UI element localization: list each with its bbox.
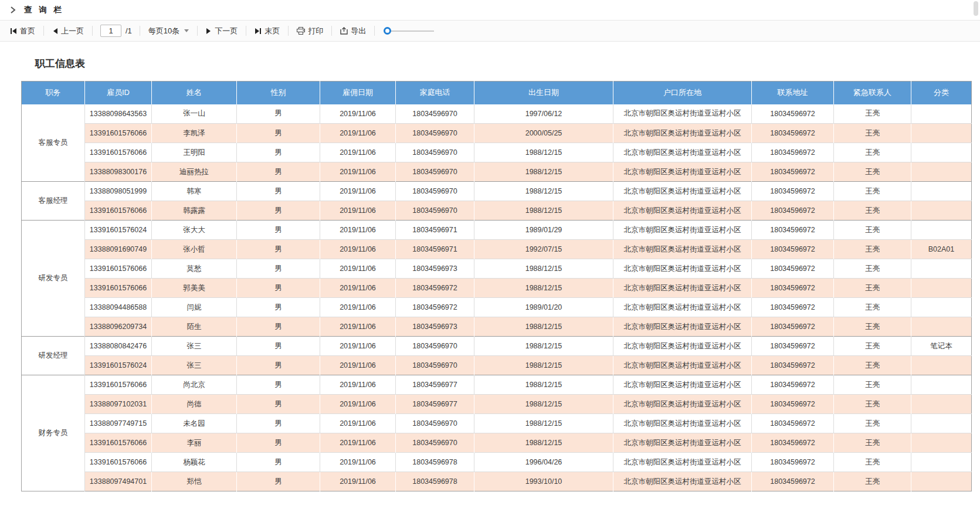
cell-category bbox=[911, 472, 972, 491]
query-bar-label: 查 询 栏 bbox=[24, 5, 64, 15]
page-number-input[interactable] bbox=[100, 25, 121, 37]
cell-position: 研发专员 bbox=[22, 221, 85, 337]
cell-gender: 男 bbox=[237, 240, 320, 259]
cell-home-phone: 18034596970 bbox=[396, 143, 474, 162]
cell-emergency-contact: 王亮 bbox=[834, 414, 911, 433]
cell-category bbox=[911, 453, 972, 472]
cell-gender: 男 bbox=[237, 317, 320, 337]
cell-birth-date: 1988/12/15 bbox=[474, 143, 613, 162]
cell-contact-address: 18034596972 bbox=[752, 298, 834, 317]
page-size-dropdown[interactable]: 每页10条 bbox=[144, 23, 193, 39]
cell-hire-date: 2019/11/06 bbox=[320, 395, 396, 414]
column-header-3: 性别 bbox=[237, 82, 320, 104]
cell-name: 张大大 bbox=[152, 221, 237, 240]
cell-position: 客服经理 bbox=[22, 182, 85, 221]
scrollbar-thumb[interactable] bbox=[974, 1, 978, 16]
table-row: 客服专员13388098643563张一山男2019/11/0618034596… bbox=[22, 104, 972, 124]
cell-employee-id: 13388080842476 bbox=[85, 337, 152, 356]
last-page-button[interactable]: 末页 bbox=[250, 23, 284, 39]
cell-household-address: 北京市朝阳区奥运村街道亚运村小区 bbox=[613, 104, 752, 124]
cell-employee-id: 13391601576066 bbox=[85, 375, 152, 395]
zoom-slider[interactable] bbox=[387, 30, 434, 32]
cell-hire-date: 2019/11/06 bbox=[320, 317, 396, 337]
cell-category: B02A01 bbox=[911, 240, 972, 259]
next-page-icon bbox=[206, 28, 212, 35]
column-header-8: 联系地址 bbox=[752, 82, 834, 104]
cell-emergency-contact: 王亮 bbox=[834, 279, 911, 298]
cell-employee-id: 13388096209734 bbox=[85, 317, 152, 337]
cell-employee-id: 13391601576066 bbox=[85, 453, 152, 472]
cell-emergency-contact: 王亮 bbox=[834, 375, 911, 395]
cell-home-phone: 18034596972 bbox=[396, 279, 474, 298]
cell-emergency-contact: 王亮 bbox=[834, 240, 911, 259]
table-row: 财务专员13391601576066尚北京男2019/11/0618034596… bbox=[22, 375, 972, 395]
cell-category bbox=[911, 143, 972, 162]
cell-name: 莫愁 bbox=[152, 259, 237, 279]
table-row: 13388098300176迪丽热拉男2019/11/0618034596970… bbox=[22, 162, 972, 182]
cell-household-address: 北京市朝阳区奥运村街道亚运村小区 bbox=[613, 433, 752, 453]
cell-home-phone: 18034596973 bbox=[396, 259, 474, 279]
first-page-button[interactable]: 首页 bbox=[6, 23, 39, 39]
cell-name: 陌生 bbox=[152, 317, 237, 337]
cell-emergency-contact: 王亮 bbox=[834, 298, 911, 317]
cell-name: 郑恺 bbox=[152, 472, 237, 491]
column-header-2: 姓名 bbox=[152, 82, 237, 104]
cell-employee-id: 13391601576024 bbox=[85, 356, 152, 375]
cell-employee-id: 13388098300176 bbox=[85, 162, 152, 182]
cell-birth-date: 1988/12/15 bbox=[474, 162, 613, 182]
slider-handle[interactable] bbox=[384, 27, 391, 35]
toolbar-divider bbox=[197, 26, 198, 36]
table-row: 13391601576066韩露露男2019/11/06180345969701… bbox=[22, 201, 972, 221]
cell-category bbox=[911, 375, 972, 395]
next-page-button[interactable]: 下一页 bbox=[202, 23, 242, 39]
cell-gender: 男 bbox=[237, 414, 320, 433]
cell-hire-date: 2019/11/06 bbox=[320, 240, 396, 259]
cell-contact-address: 18034596972 bbox=[752, 375, 834, 395]
cell-contact-address: 18034596972 bbox=[752, 472, 834, 491]
cell-contact-address: 18034596972 bbox=[752, 162, 834, 182]
cell-household-address: 北京市朝阳区奥运村街道亚运村小区 bbox=[613, 279, 752, 298]
cell-birth-date: 1988/12/15 bbox=[474, 201, 613, 221]
cell-gender: 男 bbox=[237, 201, 320, 221]
cell-name: 张三 bbox=[152, 337, 237, 356]
expand-chevron-icon[interactable] bbox=[9, 6, 17, 14]
cell-hire-date: 2019/11/06 bbox=[320, 201, 396, 221]
column-header-4: 雇佣日期 bbox=[320, 82, 396, 104]
toolbar-divider bbox=[374, 26, 375, 36]
column-header-5: 家庭电话 bbox=[396, 82, 474, 104]
slider-track[interactable] bbox=[387, 30, 434, 32]
cell-category bbox=[911, 414, 972, 433]
cell-birth-date: 1997/06/12 bbox=[474, 104, 613, 124]
cell-gender: 男 bbox=[237, 375, 320, 395]
cell-position: 客服专员 bbox=[22, 104, 85, 182]
cell-birth-date: 1989/01/20 bbox=[474, 298, 613, 317]
employee-table: 职务雇员ID姓名性别雇佣日期家庭电话出生日期户口所在地联系地址紧急联系人分类 客… bbox=[21, 81, 972, 491]
cell-hire-date: 2019/11/06 bbox=[320, 124, 396, 143]
cell-emergency-contact: 王亮 bbox=[834, 472, 911, 491]
cell-category bbox=[911, 298, 972, 317]
cell-employee-id: 13391601576066 bbox=[85, 143, 152, 162]
table-row: 研发经理13388080842476张三男2019/11/06180345969… bbox=[22, 337, 972, 356]
cell-home-phone: 18034596970 bbox=[396, 124, 474, 143]
cell-gender: 男 bbox=[237, 221, 320, 240]
cell-contact-address: 18034596972 bbox=[752, 317, 834, 337]
cell-hire-date: 2019/11/06 bbox=[320, 414, 396, 433]
cell-home-phone: 18034596971 bbox=[396, 240, 474, 259]
cell-emergency-contact: 王亮 bbox=[834, 182, 911, 201]
cell-contact-address: 18034596972 bbox=[752, 337, 834, 356]
cell-gender: 男 bbox=[237, 337, 320, 356]
print-button[interactable]: 打印 bbox=[293, 23, 327, 39]
cell-name: 尚北京 bbox=[152, 375, 237, 395]
cell-emergency-contact: 王亮 bbox=[834, 201, 911, 221]
cell-contact-address: 18034596972 bbox=[752, 143, 834, 162]
prev-page-button[interactable]: 上一页 bbox=[48, 23, 88, 39]
cell-category bbox=[911, 356, 972, 375]
cell-employee-id: 13391601576066 bbox=[85, 279, 152, 298]
table-row: 13388094486588闫妮男2019/11/061803459697219… bbox=[22, 298, 972, 317]
export-button[interactable]: 导出 bbox=[336, 23, 370, 39]
cell-emergency-contact: 王亮 bbox=[834, 221, 911, 240]
cell-birth-date: 1996/04/26 bbox=[474, 453, 613, 472]
cell-hire-date: 2019/11/06 bbox=[320, 143, 396, 162]
cell-gender: 男 bbox=[237, 182, 320, 201]
cell-employee-id: 13388098051999 bbox=[85, 182, 152, 201]
